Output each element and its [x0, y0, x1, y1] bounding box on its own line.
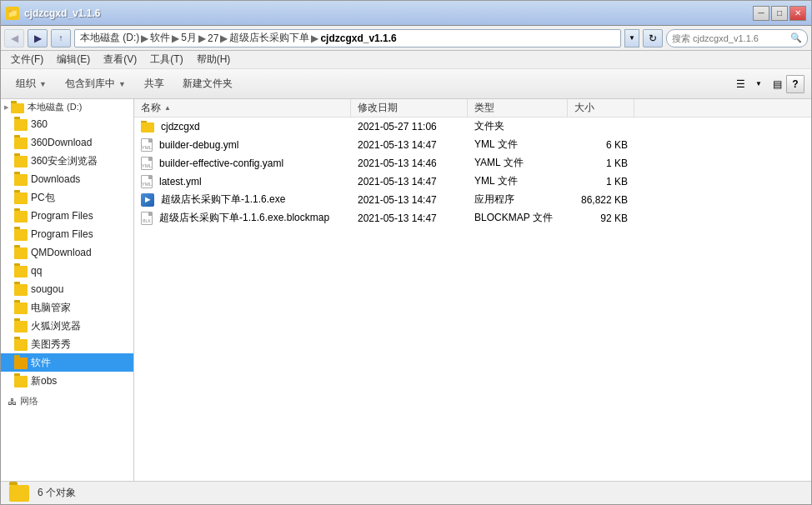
- main-content: ▸ 本地磁盘 (D:) 360 360Download 360安全浏览器 Dow…: [1, 99, 811, 481]
- file-date-cell: 2021-05-13 14:47: [351, 194, 468, 206]
- sidebar-item-pc[interactable]: PC包: [1, 188, 133, 207]
- toolbar: 组织 ▼ 包含到库中 ▼ 共享 新建文件夹 ☰ ▼ ▤ ?: [1, 69, 811, 99]
- column-date-header[interactable]: 修改日期: [351, 99, 468, 117]
- breadcrumb-current[interactable]: cjdzcgxd_v1.1.6: [320, 32, 396, 44]
- folder-icon: [14, 192, 28, 204]
- up-button[interactable]: ↑: [51, 29, 71, 48]
- breadcrumb-local-disk[interactable]: 本地磁盘 (D:): [80, 31, 139, 45]
- title-bar: 📁 cjdzcgxd_v1.1.6 ─ □ ✕: [1, 1, 811, 26]
- address-path[interactable]: 本地磁盘 (D:) ▶ 软件 ▶ 5月 ▶ 27 ▶ 超级店长采购下单 ▶ cj…: [74, 29, 621, 48]
- sidebar-item-360browser[interactable]: 360安全浏览器: [1, 152, 133, 170]
- table-row[interactable]: cjdzcgxd 2021-05-27 11:06 文件夹: [134, 118, 811, 136]
- sidebar-root-item[interactable]: ▸ 本地磁盘 (D:): [1, 99, 133, 115]
- folder-icon: [14, 174, 28, 186]
- sidebar-root-label: 本地磁盘 (D:): [28, 101, 82, 113]
- sidebar-item-software[interactable]: 软件: [1, 353, 133, 372]
- new-folder-button[interactable]: 新建文件夹: [174, 72, 241, 96]
- organize-button[interactable]: 组织 ▼: [8, 72, 55, 96]
- view-pane-button[interactable]: ▤: [768, 75, 786, 93]
- search-box[interactable]: 🔍: [666, 29, 808, 48]
- folder-icon: [14, 358, 28, 369]
- view-dropdown-button[interactable]: ▼: [749, 75, 768, 93]
- address-dropdown-button[interactable]: ▼: [624, 29, 639, 48]
- view-details-button[interactable]: ☰: [731, 75, 749, 93]
- sidebar-item-360[interactable]: 360: [1, 115, 133, 133]
- file-name-cell: cjdzcgxd: [134, 121, 351, 132]
- table-row[interactable]: BLK 超级店长采购下单-1.1.6.exe.blockmap 2021-05-…: [134, 209, 811, 228]
- help-button[interactable]: ?: [786, 75, 804, 93]
- sidebar-item-sougou[interactable]: sougou: [1, 280, 133, 298]
- folder-icon: [14, 339, 28, 351]
- sidebar-item-newobs[interactable]: 新obs: [1, 372, 133, 390]
- file-type-cell: BLOCKMAP 文件: [468, 211, 568, 225]
- sidebar-network[interactable]: 🖧 网络: [1, 393, 133, 409]
- status-bar: 6 个对象: [1, 481, 811, 504]
- share-button[interactable]: 共享: [136, 72, 173, 96]
- file-date-cell: 2021-05-13 14:47: [351, 139, 468, 151]
- file-date-cell: 2021-05-13 14:46: [351, 158, 468, 169]
- forward-button[interactable]: ▶: [28, 29, 48, 48]
- menu-help[interactable]: 帮助(H): [190, 51, 238, 68]
- file-size-cell: 86,822 KB: [568, 194, 634, 206]
- folder-icon: [14, 138, 28, 149]
- breadcrumb-app[interactable]: 超级店长采购下单: [229, 31, 309, 45]
- column-size-header[interactable]: 大小: [568, 99, 634, 117]
- exe-icon: ▶: [141, 193, 154, 207]
- back-button[interactable]: ◀: [4, 29, 24, 48]
- search-icon: 🔍: [790, 32, 802, 43]
- menu-file[interactable]: 文件(F): [4, 51, 50, 68]
- minimize-button[interactable]: ─: [753, 6, 769, 21]
- window: 📁 cjdzcgxd_v1.1.6 ─ □ ✕ ◀ ▶ ↑ 本地磁盘 (D:) …: [0, 0, 812, 505]
- breadcrumb-software[interactable]: 软件: [150, 31, 170, 45]
- column-name-header[interactable]: 名称 ▲: [134, 99, 351, 117]
- file-name-cell: YML builder-debug.yml: [134, 138, 351, 152]
- column-headers: 名称 ▲ 修改日期 类型 大小: [134, 99, 811, 118]
- folder-icon: [14, 229, 28, 241]
- sidebar-item-firefox[interactable]: 火狐浏览器: [1, 317, 133, 335]
- file-icon: BLK: [141, 212, 153, 225]
- file-icon: YML: [141, 138, 153, 152]
- refresh-button[interactable]: ↻: [643, 29, 663, 48]
- breadcrumb-day[interactable]: 27: [208, 32, 218, 44]
- folder-icon: [141, 122, 154, 132]
- file-type-cell: YML 文件: [468, 138, 568, 152]
- close-button[interactable]: ✕: [789, 6, 806, 21]
- sidebar-item-360download[interactable]: 360Download: [1, 133, 133, 152]
- breadcrumb-month[interactable]: 5月: [181, 31, 197, 45]
- sidebar-item-qq[interactable]: qq: [1, 262, 133, 280]
- sidebar-item-meitu[interactable]: 美图秀秀: [1, 335, 133, 353]
- sidebar-item-pcmanager[interactable]: 电脑管家: [1, 298, 133, 317]
- include-library-button[interactable]: 包含到库中 ▼: [57, 72, 134, 96]
- include-dropdown-icon: ▼: [118, 80, 126, 88]
- window-controls: ─ □ ✕: [753, 6, 806, 21]
- sidebar-item-qmdownload[interactable]: QMDownload: [1, 243, 133, 262]
- address-bar: ◀ ▶ ↑ 本地磁盘 (D:) ▶ 软件 ▶ 5月 ▶ 27 ▶ 超级店长采购下…: [1, 26, 811, 51]
- file-name-cell: ▶ 超级店长采购下单-1.1.6.exe: [134, 192, 351, 207]
- file-size-cell: 6 KB: [568, 139, 634, 151]
- file-date-cell: 2021-05-13 14:47: [351, 176, 468, 188]
- file-icon: YML: [141, 157, 153, 170]
- sidebar-item-downloads[interactable]: Downloads: [1, 170, 133, 188]
- file-type-cell: 应用程序: [468, 192, 568, 207]
- file-size-cell: 1 KB: [568, 158, 634, 169]
- organize-dropdown-icon: ▼: [39, 80, 47, 88]
- folder-icon: [14, 321, 28, 332]
- table-row[interactable]: YML builder-debug.yml 2021-05-13 14:47 Y…: [134, 136, 811, 154]
- window-icon: 📁: [6, 7, 19, 20]
- file-date-cell: 2021-05-27 11:06: [351, 121, 468, 132]
- table-row[interactable]: YML builder-effective-config.yaml 2021-0…: [134, 154, 811, 172]
- table-row[interactable]: YML latest.yml 2021-05-13 14:47 YML 文件 1…: [134, 172, 811, 191]
- menu-view[interactable]: 查看(V): [97, 51, 143, 68]
- folder-icon: [14, 376, 28, 388]
- status-count: 6 个对象: [38, 486, 76, 500]
- maximize-button[interactable]: □: [771, 6, 788, 21]
- folder-icon: [14, 266, 28, 278]
- search-input[interactable]: [672, 33, 790, 43]
- table-row[interactable]: ▶ 超级店长采购下单-1.1.6.exe 2021-05-13 14:47 应用…: [134, 191, 811, 209]
- menu-tools[interactable]: 工具(T): [143, 51, 189, 68]
- column-type-header[interactable]: 类型: [468, 99, 568, 117]
- sidebar-item-programfiles2[interactable]: Program Files: [1, 225, 133, 243]
- status-folder-icon: [9, 485, 29, 502]
- sidebar-item-programfiles1[interactable]: Program Files: [1, 207, 133, 225]
- menu-edit[interactable]: 编辑(E): [50, 51, 97, 68]
